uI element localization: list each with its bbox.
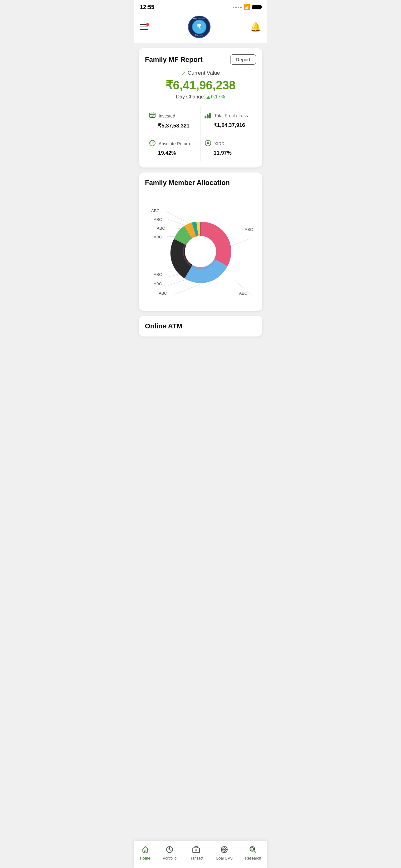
- card-header: Family MF Report Report: [145, 54, 256, 65]
- app-logo: MoneyGuru ₹ Finserv: [188, 16, 210, 38]
- status-icons: 📶: [233, 4, 261, 11]
- profit-icon: [204, 111, 212, 120]
- invested-icon: [149, 111, 156, 121]
- chart-label-4: ABC: [154, 234, 162, 240]
- allocation-divider: [145, 192, 256, 192]
- hamburger-menu[interactable]: [140, 24, 148, 30]
- return-label: Absolute Return: [159, 141, 190, 146]
- chart-label-5: ABC: [154, 272, 162, 277]
- chart-area: ABC ABC ABC ABC ABC ABC ABC AB: [145, 198, 256, 305]
- svg-rect-2: [207, 115, 208, 118]
- stat-xirr: XIRR 11.97%: [201, 134, 256, 161]
- profit-label: Total Profit / Loss: [214, 113, 248, 118]
- stat-return-header: ₹ Absolute Return: [149, 140, 196, 148]
- day-change: Day Change: 0.17%: [145, 94, 256, 100]
- return-icon: ₹: [149, 140, 156, 148]
- mf-report-title: Family MF Report: [145, 56, 203, 64]
- svg-rect-0: [149, 113, 155, 118]
- allocation-card: Family Member Allocation: [139, 173, 262, 311]
- day-change-value: 0.17%: [206, 94, 225, 99]
- current-value-section: ↗ Current Value ₹6,41,96,238 Day Change:…: [145, 70, 256, 100]
- svg-line-12: [207, 142, 207, 143]
- family-mf-report-card: Family MF Report Report ↗ Current Value …: [139, 48, 262, 167]
- report-button[interactable]: Report: [230, 54, 256, 65]
- invested-value: ₹5,37,58,321: [149, 122, 196, 129]
- logo-bottom-text: Finserv: [189, 34, 210, 36]
- allocation-title: Family Member Allocation: [145, 179, 256, 187]
- invested-label: Invested: [159, 114, 175, 118]
- online-atm-section: Online ATM: [139, 316, 262, 337]
- stat-profit-header: Total Profit / Loss: [204, 111, 252, 120]
- svg-text:₹: ₹: [152, 141, 154, 145]
- xirr-label: XIRR: [214, 141, 225, 146]
- main-content: Family MF Report Report ↗ Current Value …: [134, 43, 267, 367]
- donut-chart: [166, 217, 235, 286]
- svg-line-14: [209, 142, 209, 143]
- return-value: 19.42%: [149, 150, 196, 156]
- svg-rect-1: [205, 116, 206, 118]
- chart-label-7: ABC: [159, 290, 167, 296]
- svg-line-13: [209, 144, 209, 144]
- xirr-icon: [204, 140, 212, 148]
- online-atm-title: Online ATM: [145, 322, 256, 330]
- svg-line-15: [207, 144, 207, 144]
- stat-invested-header: Invested: [149, 111, 196, 121]
- wifi-icon: 📶: [244, 4, 250, 11]
- stats-grid: Invested ₹5,37,58,321 Total Profit / Los…: [145, 106, 256, 161]
- up-arrow-icon: [206, 96, 210, 99]
- chart-label-1: ABC: [151, 208, 160, 213]
- xirr-value: 11.97%: [204, 150, 252, 156]
- stat-absolute-return: ₹ Absolute Return 19.42%: [145, 134, 201, 161]
- chart-label-8: ABC: [244, 226, 253, 232]
- status-time: 12:55: [140, 4, 154, 11]
- chart-label-6: ABC: [154, 281, 162, 286]
- stat-profit-loss: Total Profit / Loss ₹1,04,37,916: [201, 106, 256, 134]
- logo-top-text: MoneyGuru: [189, 18, 210, 20]
- chart-label-2: ABC: [154, 217, 162, 222]
- chart-label-9: ABC: [239, 290, 247, 296]
- current-value-label: ↗ Current Value: [145, 70, 256, 76]
- bell-button[interactable]: 🔔: [250, 22, 261, 32]
- battery-icon: [252, 5, 261, 9]
- signal-icon: [233, 6, 242, 8]
- stat-invested: Invested ₹5,37,58,321: [145, 106, 201, 134]
- app-header: MoneyGuru ₹ Finserv 🔔: [134, 13, 267, 43]
- logo-rupee: ₹: [192, 20, 206, 34]
- stat-xirr-header: XIRR: [204, 140, 252, 148]
- status-bar: 12:55 📶: [134, 0, 267, 13]
- svg-point-16: [185, 236, 216, 267]
- svg-rect-3: [209, 113, 210, 118]
- chart-label-3: ABC: [157, 225, 165, 231]
- profit-value: ₹1,04,37,916: [204, 122, 252, 128]
- trend-icon: ↗: [181, 70, 186, 76]
- svg-point-11: [207, 143, 209, 144]
- current-value-amount: ₹6,41,96,238: [145, 79, 256, 92]
- notification-dot: [146, 23, 149, 26]
